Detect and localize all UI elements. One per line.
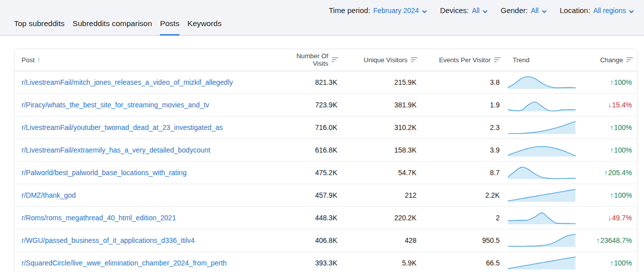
change-badge: ↑100% bbox=[610, 78, 632, 86]
visits-value: 393.3K bbox=[283, 251, 343, 272]
events-per-visitor-value: 3.9 bbox=[422, 139, 506, 161]
visits-value: 475.2K bbox=[283, 161, 343, 184]
sort-icon[interactable] bbox=[411, 57, 417, 62]
visits-value: 448.3K bbox=[283, 206, 343, 229]
filter-value: All bbox=[531, 7, 539, 15]
filter-label: Devices: bbox=[440, 6, 469, 15]
events-per-visitor-value: 2 bbox=[422, 206, 506, 229]
change-badge: ↑100% bbox=[610, 259, 632, 267]
change-value: 49.7% bbox=[612, 214, 632, 222]
post-link[interactable]: r/LivestreamFail/extraemily_has_a_very_d… bbox=[22, 146, 210, 154]
post-link[interactable]: r/Palworld/best_palworld_base_locations_… bbox=[22, 169, 186, 177]
tab-bar: Top subredditsSubreddits comparisonPosts… bbox=[14, 15, 222, 36]
chevron-down-icon bbox=[422, 10, 427, 14]
chevron-down-icon bbox=[483, 10, 488, 14]
change-arrow-icon: ↑ bbox=[596, 236, 600, 244]
column-header-trend[interactable]: Trend bbox=[506, 49, 581, 71]
filter-value: All bbox=[472, 7, 480, 15]
post-link[interactable]: r/LivestreamFail/youtuber_twomad_dead_at… bbox=[22, 123, 223, 131]
filter-devices[interactable]: Devices: All bbox=[440, 6, 488, 15]
change-value: 23648.7% bbox=[600, 236, 632, 244]
sort-icon[interactable] bbox=[626, 57, 633, 62]
change-value: 205.4% bbox=[608, 169, 632, 177]
visits-value: 716.0K bbox=[283, 116, 343, 139]
filter-value: February 2024 bbox=[373, 7, 419, 15]
trend-sparkline bbox=[508, 97, 576, 112]
change-arrow-icon: ↑ bbox=[610, 191, 613, 199]
unique-visitors-value: 220.2K bbox=[343, 206, 422, 229]
column-label: Post bbox=[22, 56, 35, 64]
trend-sparkline bbox=[508, 210, 576, 225]
table-row: r/Palworld/best_palworld_base_locations_… bbox=[15, 161, 637, 184]
visits-value: 457.9K bbox=[283, 184, 343, 206]
sort-icon[interactable] bbox=[332, 57, 338, 62]
filter-value: All regions bbox=[593, 7, 626, 15]
change-value: 100% bbox=[614, 123, 632, 131]
column-label: Trend bbox=[513, 56, 529, 64]
unique-visitors-value: 5.9K bbox=[343, 251, 422, 272]
tab-top-subreddits[interactable]: Top subreddits bbox=[14, 15, 65, 36]
tab-posts[interactable]: Posts bbox=[160, 15, 179, 36]
table-row: r/LivestreamFail/youtuber_twomad_dead_at… bbox=[15, 116, 637, 139]
chevron-down-icon bbox=[629, 10, 634, 14]
posts-table: PostiNumber Of VisitsUnique VisitorsEven… bbox=[15, 49, 637, 272]
change-arrow-icon: ↑ bbox=[604, 169, 608, 177]
events-per-visitor-value: 66.5 bbox=[422, 251, 506, 272]
column-header-number-of-visits[interactable]: Number Of Visits bbox=[283, 49, 343, 71]
unique-visitors-value: 381.9K bbox=[343, 93, 422, 116]
visits-value: 406.8K bbox=[283, 229, 343, 251]
filter-bar: Time period: February 2024 Devices: All … bbox=[329, 6, 634, 15]
filter-location[interactable]: Location: All regions bbox=[560, 6, 634, 15]
trend-sparkline bbox=[508, 75, 576, 90]
table-row: r/LivestreamFail/extraemily_has_a_very_d… bbox=[15, 139, 637, 161]
unique-visitors-value: 158.3K bbox=[343, 139, 422, 161]
column-label: Change bbox=[600, 56, 623, 64]
column-header-post[interactable]: Posti bbox=[15, 49, 283, 71]
visits-value: 723.9K bbox=[283, 93, 343, 116]
table-row: r/Piracy/whats_the_best_site_for_streami… bbox=[15, 93, 637, 116]
table-row: r/Roms/roms_megathread_40_html_edition_2… bbox=[15, 206, 637, 229]
visits-value: 616.8K bbox=[283, 139, 343, 161]
change-badge: ↓49.7% bbox=[608, 214, 632, 222]
chevron-down-icon bbox=[542, 10, 547, 14]
events-per-visitor-value: 950.5 bbox=[422, 229, 506, 251]
filter-gender[interactable]: Gender: All bbox=[501, 6, 547, 15]
info-icon[interactable]: i bbox=[38, 57, 40, 63]
post-link[interactable]: r/SquaredCircle/live_wwe_elimination_cha… bbox=[22, 259, 227, 267]
post-link[interactable]: r/Piracy/whats_the_best_site_for_streami… bbox=[22, 101, 209, 109]
change-arrow-icon: ↑ bbox=[610, 78, 613, 86]
table-row: r/LivestreamFail/mitch_jones_releases_a_… bbox=[15, 71, 637, 93]
column-header-events-per-visitor[interactable]: Events Per Visitor bbox=[422, 49, 506, 71]
trend-sparkline bbox=[508, 255, 576, 270]
unique-visitors-value: 310.2K bbox=[343, 116, 422, 139]
post-link[interactable]: r/LivestreamFail/mitch_jones_releases_a_… bbox=[22, 78, 233, 86]
change-arrow-icon: ↑ bbox=[610, 123, 613, 131]
change-badge: ↑23648.7% bbox=[596, 236, 632, 244]
post-link[interactable]: r/DMZ/thank_god bbox=[22, 191, 76, 199]
unique-visitors-value: 212 bbox=[343, 184, 422, 206]
column-header-unique-visitors[interactable]: Unique Visitors bbox=[343, 49, 422, 71]
post-link[interactable]: r/Roms/roms_megathread_40_html_edition_2… bbox=[22, 214, 176, 222]
filter-label: Time period: bbox=[329, 6, 370, 15]
table-row: r/DMZ/thank_god 457.9K 212 2.2K ↑100% bbox=[15, 184, 637, 206]
change-value: 15.4% bbox=[612, 101, 632, 109]
change-badge: ↓15.4% bbox=[608, 101, 632, 109]
unique-visitors-value: 54.7K bbox=[343, 161, 422, 184]
change-badge: ↑100% bbox=[610, 123, 632, 131]
filter-time-period[interactable]: Time period: February 2024 bbox=[329, 6, 427, 15]
change-value: 100% bbox=[614, 259, 632, 267]
column-label: Number Of Visits bbox=[283, 52, 328, 67]
trend-sparkline bbox=[508, 120, 576, 135]
posts-table-card: PostiNumber Of VisitsUnique VisitorsEven… bbox=[14, 49, 637, 272]
trend-sparkline bbox=[508, 188, 576, 203]
change-value: 100% bbox=[614, 191, 632, 199]
change-badge: ↑205.4% bbox=[604, 169, 632, 177]
table-body: r/LivestreamFail/mitch_jones_releases_a_… bbox=[15, 71, 637, 272]
tab-subreddits-comparison[interactable]: Subreddits comparison bbox=[73, 15, 152, 36]
post-link[interactable]: r/WGU/passed_business_of_it_applications… bbox=[22, 236, 195, 244]
column-header-change[interactable]: Change bbox=[581, 49, 637, 71]
filter-label: Location: bbox=[560, 6, 590, 15]
sort-icon[interactable] bbox=[494, 57, 501, 62]
tab-keywords[interactable]: Keywords bbox=[187, 15, 222, 36]
change-value: 100% bbox=[614, 146, 632, 154]
